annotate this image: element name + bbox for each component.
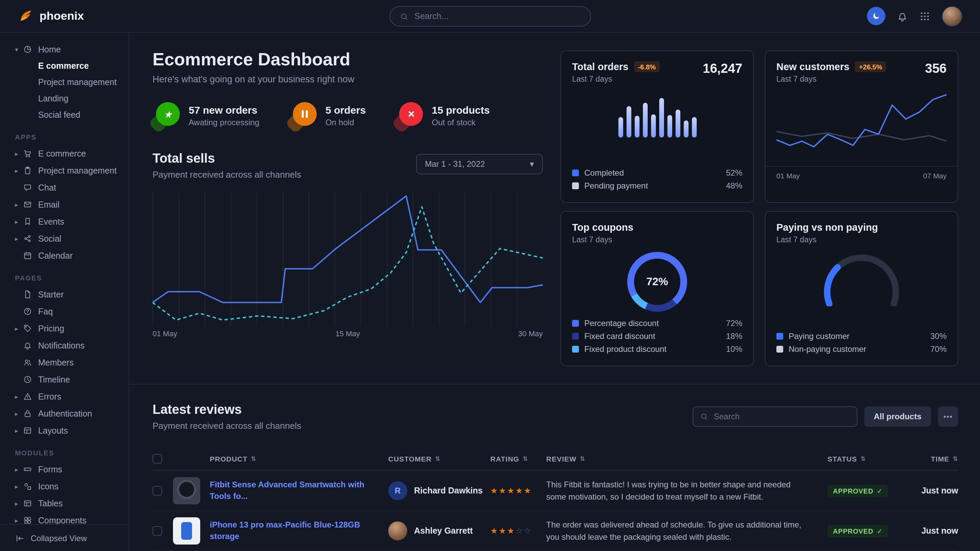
- customer-avatar: R: [388, 481, 407, 500]
- product-link[interactable]: Fitbit Sense Advanced Smartwatch with To…: [210, 479, 388, 503]
- x-axis-label: 01 May: [776, 171, 800, 180]
- chevron-right-icon: ▸: [15, 150, 23, 157]
- x-axis-label: 07 May: [923, 171, 947, 180]
- sort-icon: ⇅: [435, 455, 441, 462]
- status-badge: APPROVED✓: [827, 484, 888, 497]
- sidebar-item-timeline[interactable]: Timeline: [15, 371, 122, 388]
- sidebar-item-members[interactable]: Members: [15, 354, 122, 371]
- table-row: iPhone 13 pro max-Pacific Blue-128GB sto…: [153, 510, 958, 551]
- apps-grid-button[interactable]: [920, 11, 930, 21]
- sidebar-item-email[interactable]: ▸ Email: [15, 196, 122, 213]
- chevron-right-icon: ▸: [15, 218, 23, 225]
- column-header-review[interactable]: REVIEW⇅: [546, 454, 827, 462]
- chevron-right-icon: ▸: [15, 235, 23, 242]
- sidebar-item-social-feed[interactable]: Social feed: [15, 107, 122, 123]
- sidebar-item-landing[interactable]: Landing: [15, 91, 122, 107]
- reviews-search-input[interactable]: [714, 412, 850, 421]
- stat-out-of-stock: × 15 products Out of stock: [396, 102, 490, 129]
- dark-mode-toggle[interactable]: [867, 7, 885, 25]
- sidebar-item-errors[interactable]: ▸ Errors: [15, 388, 122, 405]
- sidebar-item-pricing[interactable]: ▸ Pricing: [15, 320, 122, 337]
- column-header-customer[interactable]: CUSTOMER⇅: [388, 454, 490, 462]
- x-axis-label: 15 May: [336, 329, 360, 338]
- product-link[interactable]: iPhone 13 pro max-Pacific Blue-128GB sto…: [210, 519, 388, 543]
- select-all-checkbox[interactable]: [153, 454, 162, 463]
- sidebar-item-calendar[interactable]: Calendar: [15, 247, 122, 264]
- column-header-product[interactable]: PRODUCT⇅: [210, 454, 388, 462]
- paying-vs-nonpaying-card: Paying vs non paying Last 7 days: [765, 211, 958, 366]
- kpi-cards: Total orders -6.8% Last 7 days 16,247 Co…: [560, 50, 958, 366]
- reviews-search: [693, 407, 858, 427]
- customer-avatar: [388, 521, 407, 540]
- sidebar-item-icons[interactable]: ▸ Icons: [15, 478, 122, 495]
- help-circle-icon: [23, 307, 38, 316]
- more-options-button[interactable]: ⋯: [938, 407, 958, 427]
- moon-icon: [872, 11, 881, 21]
- sidebar-item-ecommerce-dashboard[interactable]: E commerce: [15, 58, 122, 74]
- table-icon: [23, 499, 38, 508]
- sidebar-section-pages: PAGES: [15, 274, 122, 282]
- all-products-button[interactable]: All products: [864, 407, 931, 427]
- sidebar-item-home[interactable]: ▾ Home: [15, 41, 122, 58]
- new-customers-card: New customers +26.5% Last 7 days 356 01 …: [765, 50, 958, 203]
- stat-new-orders: ★ 57 new orders Awating processing: [153, 102, 259, 129]
- legend-item: Completed 52%: [572, 166, 742, 179]
- chevron-right-icon: ▸: [15, 517, 23, 524]
- total-orders-value: 16,247: [703, 61, 742, 76]
- sidebar-item-tables[interactable]: ▸ Tables: [15, 495, 122, 512]
- new-orders-star-icon: ★: [153, 102, 180, 129]
- components-grid-icon: [23, 516, 38, 525]
- product-image[interactable]: [173, 477, 200, 504]
- sidebar-section-apps: APPS: [15, 133, 122, 141]
- row-checkbox[interactable]: [153, 486, 162, 495]
- column-header-time[interactable]: TIME⇅: [898, 454, 958, 462]
- brand-logo[interactable]: phoenix: [18, 8, 84, 24]
- coupons-donut-chart: 72%: [627, 252, 687, 312]
- chevron-down-icon: ▾: [530, 159, 534, 169]
- topbar-actions: [867, 6, 962, 26]
- share-icon: [23, 234, 38, 243]
- sidebar-item-starter[interactable]: Starter: [15, 286, 122, 303]
- collapsed-view-toggle[interactable]: Collapsed View: [0, 524, 129, 551]
- user-avatar[interactable]: [942, 6, 962, 26]
- search-icon: [399, 12, 408, 21]
- latest-reviews-title: Latest reviews: [153, 402, 301, 417]
- row-checkbox[interactable]: [153, 526, 162, 536]
- sidebar-item-faq[interactable]: Faq: [15, 303, 122, 320]
- review-text: This Fitbit is fantastic! I was trying t…: [546, 473, 827, 508]
- chevron-right-icon: ▸: [15, 167, 23, 174]
- bell-icon: [897, 11, 908, 21]
- paying-gauge-chart: [776, 249, 947, 306]
- customer-cell: R Richard Dawkins: [388, 481, 490, 500]
- sidebar-item-authentication[interactable]: ▸ Authentication: [15, 405, 122, 422]
- sidebar-item-ecommerce-app[interactable]: ▸ E commerce: [15, 145, 122, 162]
- column-header-rating[interactable]: RATING⇅: [490, 454, 546, 462]
- table-row: Fitbit Sense Advanced Smartwatch with To…: [153, 470, 958, 510]
- total-sells-title: Total sells: [153, 151, 301, 166]
- notifications-bell-button[interactable]: [897, 11, 908, 21]
- collapse-sidebar-icon: [15, 533, 24, 543]
- donut-center-label: 72%: [627, 252, 687, 312]
- product-image[interactable]: [173, 517, 200, 545]
- sidebar-item-project-management-dashboard[interactable]: Project management: [15, 74, 122, 91]
- global-search-input[interactable]: [414, 11, 581, 21]
- sidebar-item-forms[interactable]: ▸ Forms: [15, 461, 122, 478]
- sidebar-item-social[interactable]: ▸ Social: [15, 230, 122, 247]
- sort-icon: ⇅: [861, 455, 866, 462]
- column-header-status[interactable]: STATUS⇅: [827, 454, 898, 462]
- sidebar-item-layouts[interactable]: ▸ Layouts: [15, 422, 122, 439]
- sidebar-item-notifications[interactable]: Notifications: [15, 337, 122, 354]
- sidebar-item-events[interactable]: ▸ Events: [15, 213, 122, 230]
- page-title: Ecommerce Dashboard: [153, 49, 543, 70]
- sort-icon: ⇅: [580, 455, 585, 462]
- chevron-down-icon: ▾: [15, 46, 23, 53]
- date-range-select[interactable]: Mar 1 - 31, 2022 ▾: [416, 154, 543, 174]
- global-search: [389, 6, 591, 27]
- out-of-stock-x-icon: ×: [396, 102, 423, 129]
- ecommerce-dashboard-app: phoenix ▾ Home: [0, 0, 980, 551]
- status-badge: APPROVED✓: [827, 525, 888, 538]
- sidebar-item-project-management-app[interactable]: ▸ Project management: [15, 162, 122, 179]
- reviews-table: PRODUCT⇅ CUSTOMER⇅ RATING⇅ REVIEW⇅ STATU…: [153, 447, 958, 551]
- sidebar-item-chat[interactable]: Chat: [15, 179, 122, 196]
- chat-icon: [23, 183, 38, 192]
